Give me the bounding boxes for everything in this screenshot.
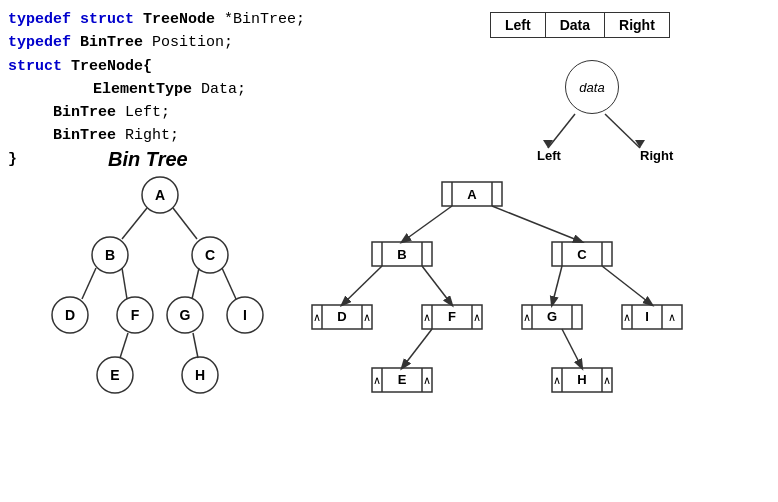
svg-text:∧: ∧	[668, 311, 676, 323]
code-line-3: struct TreeNode{	[8, 55, 305, 78]
code-right: Right;	[125, 127, 179, 144]
svg-text:∧: ∧	[553, 374, 561, 386]
code-data: Data;	[201, 81, 246, 98]
svg-text:∧: ∧	[623, 311, 631, 323]
id-elementtype: ElementType	[93, 81, 192, 98]
svg-line-77	[402, 206, 452, 242]
svg-text:D: D	[337, 309, 346, 324]
code-left: Left;	[125, 104, 170, 121]
svg-text:H: H	[577, 372, 586, 387]
bintree-label: Bin Tree	[108, 148, 188, 171]
svg-text:∧: ∧	[363, 311, 371, 323]
svg-text:∧: ∧	[313, 311, 321, 323]
svg-text:G: G	[547, 309, 557, 324]
node-table-data: Data	[545, 13, 604, 38]
svg-point-18	[97, 357, 133, 393]
svg-text:E: E	[110, 367, 119, 383]
id-close-brace: }	[8, 151, 17, 168]
svg-point-16	[227, 297, 263, 333]
id-treenode: TreeNode	[143, 11, 215, 28]
svg-line-23	[173, 208, 197, 239]
svg-text:I: I	[645, 309, 649, 324]
svg-marker-1	[543, 140, 553, 148]
svg-text:A: A	[467, 187, 477, 202]
svg-rect-65	[372, 368, 432, 392]
svg-line-82	[602, 266, 652, 305]
kw-typedef-2: typedef	[8, 34, 71, 51]
svg-line-83	[402, 329, 432, 368]
node-table-left: Left	[491, 13, 546, 38]
svg-marker-3	[635, 140, 645, 148]
svg-text:∧: ∧	[603, 374, 611, 386]
arrow-left-label: Left	[537, 148, 561, 163]
svg-line-24	[82, 268, 96, 299]
svg-point-10	[52, 297, 88, 333]
node-table: Left Data Right	[490, 12, 670, 38]
code-line-4: ElementType Data;	[8, 78, 305, 101]
svg-text:F: F	[131, 307, 140, 323]
svg-rect-38	[552, 242, 612, 266]
svg-text:C: C	[577, 247, 587, 262]
svg-point-4	[142, 177, 178, 213]
svg-text:H: H	[195, 367, 205, 383]
code-block: typedef struct TreeNode *BinTree; typede…	[8, 8, 305, 171]
code-line-6: BinTree Right;	[8, 124, 305, 147]
svg-rect-71	[552, 368, 612, 392]
arrow-right-label: Right	[640, 148, 673, 163]
svg-text:E: E	[398, 372, 407, 387]
svg-rect-48	[422, 305, 482, 329]
svg-text:∧: ∧	[523, 311, 531, 323]
code-rest-2: Position;	[152, 34, 233, 51]
svg-point-8	[192, 237, 228, 273]
svg-point-14	[167, 297, 203, 333]
svg-rect-54	[522, 305, 582, 329]
svg-point-20	[182, 357, 218, 393]
svg-text:C: C	[205, 247, 215, 263]
svg-text:F: F	[448, 309, 456, 324]
svg-line-78	[492, 206, 582, 242]
svg-text:D: D	[65, 307, 75, 323]
svg-rect-34	[372, 242, 432, 266]
code-rest-1: *BinTree;	[224, 11, 305, 28]
id-bintree-1: BinTree	[80, 34, 143, 51]
svg-line-28	[120, 333, 128, 358]
svg-line-79	[342, 266, 382, 305]
svg-line-81	[552, 266, 562, 305]
svg-rect-59	[622, 305, 682, 329]
svg-line-80	[422, 266, 452, 305]
svg-point-12	[117, 297, 153, 333]
code-line-5: BinTree Left;	[8, 101, 305, 124]
svg-text:B: B	[105, 247, 115, 263]
svg-line-2	[605, 114, 640, 148]
kw-typedef-1: typedef	[8, 11, 71, 28]
data-node-circle: data	[565, 60, 619, 114]
id-bintree-2: BinTree	[53, 104, 116, 121]
svg-text:∧: ∧	[423, 374, 431, 386]
svg-line-29	[193, 333, 198, 358]
kw-struct-1: struct	[80, 11, 134, 28]
svg-point-6	[92, 237, 128, 273]
svg-line-27	[222, 268, 236, 299]
svg-text:G: G	[180, 307, 191, 323]
svg-text:I: I	[243, 307, 247, 323]
svg-line-22	[122, 208, 147, 239]
code-line-1: typedef struct TreeNode *BinTree;	[8, 8, 305, 31]
data-node-label: data	[579, 80, 604, 95]
kw-struct-2: struct	[8, 58, 62, 75]
svg-rect-30	[442, 182, 502, 206]
code-line-2: typedef BinTree Position;	[8, 31, 305, 54]
id-treenode-2: TreeNode{	[71, 58, 152, 75]
svg-text:A: A	[155, 187, 165, 203]
svg-line-25	[122, 268, 127, 299]
svg-line-26	[192, 268, 199, 299]
id-bintree-3: BinTree	[53, 127, 116, 144]
svg-line-0	[548, 114, 575, 148]
svg-text:∧: ∧	[423, 311, 431, 323]
svg-rect-42	[312, 305, 372, 329]
svg-line-84	[562, 329, 582, 368]
node-table-right: Right	[605, 13, 670, 38]
svg-text:∧: ∧	[373, 374, 381, 386]
svg-text:B: B	[397, 247, 406, 262]
svg-text:∧: ∧	[473, 311, 481, 323]
